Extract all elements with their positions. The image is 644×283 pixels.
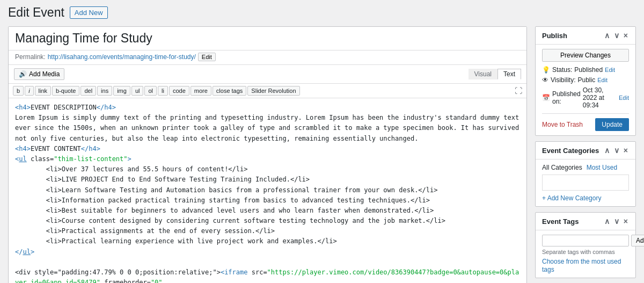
event-categories-title: Event Categories: [542, 147, 599, 155]
format-toolbar: b i link b-quote del ins img ul ol li co…: [9, 84, 526, 98]
event-cat-expand-icon[interactable]: ∨: [613, 146, 620, 155]
view-tabs: Visual Text: [469, 69, 521, 79]
add-media-icon: 🔊: [19, 70, 27, 78]
status-edit-link[interactable]: Edit: [605, 67, 615, 73]
publish-header: Publish ∧ ∨ ×: [536, 27, 635, 45]
edit-permalink-button[interactable]: Edit: [198, 53, 216, 61]
fmt-slider-revolution[interactable]: Slider Revolution: [247, 86, 299, 96]
fmt-li[interactable]: li: [158, 86, 168, 96]
publish-expand-icon[interactable]: ∨: [613, 31, 620, 40]
category-list: [542, 175, 629, 191]
expand-editor-icon[interactable]: ⛶: [515, 86, 522, 95]
update-button[interactable]: Update: [595, 118, 629, 131]
published-on-row: 📅 Published on: Oct 30, 2022 at 09:34 Ed…: [542, 86, 629, 109]
tab-most-used[interactable]: Most Used: [587, 164, 617, 171]
editor-area: Permalink: http://lisahang.com/events/ma…: [8, 26, 527, 283]
tab-visual[interactable]: Visual: [469, 69, 497, 79]
publish-close-icon[interactable]: ×: [623, 31, 629, 40]
preview-changes-button[interactable]: Preview Changes: [542, 49, 629, 62]
visibility-value: Public: [577, 76, 595, 84]
event-categories-body: All Categories Most Used + Add New Categ…: [536, 159, 635, 206]
fmt-ul[interactable]: ul: [131, 86, 144, 96]
event-tags-close-icon[interactable]: ×: [623, 217, 629, 226]
visibility-edit-link[interactable]: Edit: [597, 77, 608, 83]
tab-all-categories[interactable]: All Categories: [542, 164, 582, 171]
status-icon: 💡: [542, 66, 550, 74]
editor-content[interactable]: <h4>EVENT DESCRIPTION</h4> Lorem Ipsum i…: [9, 98, 526, 283]
published-on-value: Oct 30, 2022 at 09:34: [583, 86, 617, 109]
permalink-label: Permalink:: [15, 53, 46, 61]
sidebar: Publish ∧ ∨ × Preview Changes 💡 Status: …: [535, 26, 636, 283]
editor-toolbar-top: 🔊 Add Media Visual Text: [9, 65, 526, 84]
permalink-bar: Permalink: http://lisahang.com/events/ma…: [9, 50, 526, 65]
category-tabs: All Categories Most Used: [542, 164, 629, 171]
visibility-label: Visibility:: [551, 76, 575, 84]
choose-tags-link[interactable]: Choose from the most used tags: [542, 258, 621, 273]
fmt-img[interactable]: img: [113, 86, 130, 96]
add-media-label: Add Media: [29, 70, 60, 78]
published-on-edit-link[interactable]: Edit: [619, 95, 629, 101]
page-header: Edit Event Add New: [8, 5, 636, 20]
tag-hint: Separate tags with commas: [542, 249, 629, 255]
event-tags-header: Event Tags ∧ ∨ ×: [536, 213, 635, 230]
status-label: Status:: [552, 66, 572, 74]
event-tags-collapse-icon[interactable]: ∧: [603, 217, 611, 226]
published-on-label: Published on:: [552, 90, 581, 105]
fmt-bold[interactable]: b: [13, 86, 24, 96]
fmt-ol[interactable]: ol: [144, 86, 157, 96]
event-tags-title: Event Tags: [542, 217, 579, 226]
page-title: Edit Event: [8, 5, 64, 20]
fmt-italic[interactable]: i: [25, 86, 33, 96]
event-tags-controls: ∧ ∨ ×: [603, 217, 629, 226]
calendar-icon: 📅: [542, 94, 550, 101]
publish-body: Preview Changes 💡 Status: Published Edit…: [536, 45, 635, 135]
event-cat-close-icon[interactable]: ×: [623, 146, 629, 155]
tag-input[interactable]: [542, 235, 629, 246]
event-cat-collapse-icon[interactable]: ∧: [603, 146, 611, 155]
event-tags-body: Add Separate tags with commas Choose fro…: [536, 230, 635, 278]
permalink-link[interactable]: http://lisahang.com/events/managing-time…: [48, 53, 196, 61]
event-categories-header: Event Categories ∧ ∨ ×: [536, 142, 635, 159]
main-layout: Permalink: http://lisahang.com/events/ma…: [8, 26, 636, 283]
visibility-icon: 👁: [542, 76, 548, 84]
fmt-close-tags[interactable]: close tags: [213, 86, 247, 96]
event-tags-box: Event Tags ∧ ∨ × Add Separate tags with …: [535, 212, 636, 278]
publish-box: Publish ∧ ∨ × Preview Changes 💡 Status: …: [535, 26, 636, 136]
add-tag-button[interactable]: Add: [631, 235, 644, 246]
visibility-row: 👁 Visibility: Public Edit: [542, 76, 629, 84]
fmt-del[interactable]: del: [80, 86, 96, 96]
add-media-button[interactable]: 🔊 Add Media: [14, 68, 64, 80]
event-tags-expand-icon[interactable]: ∨: [613, 217, 620, 226]
add-new-category-link[interactable]: + Add New Category: [542, 194, 601, 202]
fmt-ins[interactable]: ins: [97, 86, 112, 96]
publish-controls: ∧ ∨ ×: [603, 31, 629, 40]
fmt-bquote[interactable]: b-quote: [52, 86, 79, 96]
title-input[interactable]: [9, 27, 526, 50]
fmt-code[interactable]: code: [169, 86, 189, 96]
status-row: 💡 Status: Published Edit: [542, 66, 629, 74]
add-new-button[interactable]: Add New: [70, 6, 108, 19]
publish-title: Publish: [542, 32, 567, 40]
publish-collapse-icon[interactable]: ∧: [603, 31, 611, 40]
status-value: Published: [574, 66, 603, 74]
move-to-trash-button[interactable]: Move to Trash: [542, 121, 583, 128]
fmt-link[interactable]: link: [35, 86, 52, 96]
fmt-more[interactable]: more: [191, 86, 211, 96]
event-categories-box: Event Categories ∧ ∨ × All Categories Mo…: [535, 141, 636, 207]
tab-text[interactable]: Text: [497, 69, 521, 79]
publish-actions: Move to Trash Update: [542, 113, 629, 131]
event-categories-controls: ∧ ∨ ×: [603, 146, 629, 155]
tag-input-row: Add: [542, 235, 629, 246]
